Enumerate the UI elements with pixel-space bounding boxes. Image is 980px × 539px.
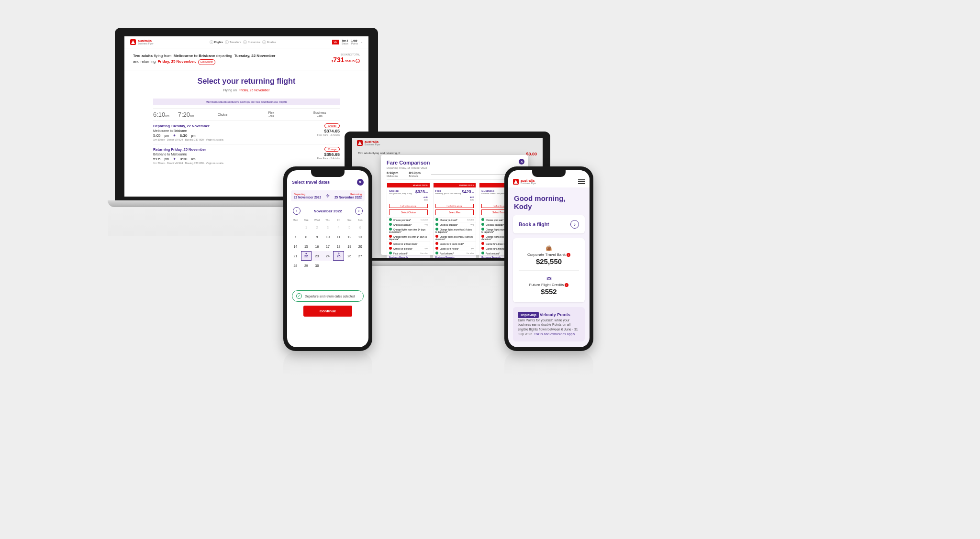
- calendar-day[interactable]: 8: [301, 232, 312, 242]
- calendar-day[interactable]: 12: [344, 232, 355, 242]
- calendar-day[interactable]: 17: [323, 242, 334, 251]
- calendar-day[interactable]: 4: [333, 222, 344, 232]
- sell-price-button[interactable]: I sell at this price ▸: [435, 204, 474, 208]
- calendar-day[interactable]: 20: [355, 242, 366, 251]
- returning-segment[interactable]: Returning 25 November 2022: [330, 190, 365, 201]
- change-button[interactable]: Change: [324, 123, 340, 128]
- edit-search-button[interactable]: Edit Search: [198, 59, 215, 65]
- prev-month-button[interactable]: ‹: [293, 207, 301, 215]
- calendar-day[interactable]: 29: [301, 261, 312, 270]
- departing-segment[interactable]: Departing 22 November 2022: [291, 190, 326, 201]
- select-fare-button[interactable]: Select Choice: [389, 209, 428, 215]
- expand-total-icon[interactable]: ⌄: [356, 59, 360, 63]
- calendar-day[interactable]: 19: [344, 242, 355, 251]
- change-button[interactable]: Change: [324, 147, 340, 152]
- calendar-day[interactable]: 2: [312, 222, 323, 232]
- calendar-day[interactable]: 1: [301, 222, 312, 232]
- fare-column-choice: MEMBER PRICE ChoicePick your seat, bring…: [387, 183, 430, 258]
- calendar-day[interactable]: 21: [290, 251, 301, 261]
- flying-on-label: Flying on Friday, 25 November: [153, 88, 340, 92]
- phone-dashboard: australiaBusiness Flyer Good morning, Ko…: [504, 166, 593, 376]
- greeting: Good morning, Kody: [508, 187, 590, 215]
- modal-title: Fare Comparison: [387, 160, 523, 165]
- credits-value: $552: [519, 287, 579, 296]
- menu-icon[interactable]: [578, 179, 585, 184]
- info-icon[interactable]: i: [565, 283, 568, 287]
- next-month-button[interactable]: ›: [355, 207, 363, 215]
- calendar-day[interactable]: 7: [290, 232, 301, 242]
- booking-summary: Two adults flying from Melbourne to Bris…: [124, 48, 368, 70]
- calendar-grid: 1234567891011121314151617181920212223242…: [287, 221, 368, 271]
- page-title: Select your returning flight: [153, 77, 340, 86]
- selection-confirmation: ✓ Departure and return dates selected: [292, 290, 364, 302]
- member-banner: Members unlock exclusive savings on Flex…: [153, 99, 340, 105]
- calendar-day[interactable]: 14: [290, 242, 301, 251]
- calendar-day[interactable]: 23: [312, 251, 323, 261]
- info-icon[interactable]: i: [567, 253, 570, 257]
- calendar-day[interactable]: 13: [355, 232, 366, 242]
- close-icon[interactable]: ✕: [357, 179, 364, 186]
- chevron-right-icon: ›: [570, 220, 579, 229]
- calendar-day[interactable]: 22: [301, 251, 312, 261]
- calendar-day[interactable]: 18: [333, 242, 344, 251]
- plane-icon: ✈: [173, 133, 176, 138]
- promo-link[interactable]: T&C's and exclusions apply: [534, 332, 575, 336]
- selected-leg-departing: Change $374.65 Flex Fare · 2 Adults Depa…: [153, 121, 340, 144]
- balances-card: 👜 Corporate Travel Banki $25,550 🎟 Futur…: [513, 238, 585, 302]
- logo-icon: [130, 39, 136, 45]
- calendar-day[interactable]: 25: [333, 251, 344, 261]
- brand-logo[interactable]: australiaBusiness Flyer: [130, 39, 154, 45]
- calendar-day[interactable]: 16: [312, 242, 323, 251]
- route-summary: 6:10pmMelbourne 8:10pmBrisbane ▸: [387, 171, 523, 180]
- fare-column-flex: MEMBER PRICE FlexFlexibility, plus a sea…: [433, 183, 477, 258]
- book-flight-card[interactable]: Book a flight ›: [513, 215, 585, 233]
- calendar-day[interactable]: 15: [301, 242, 312, 251]
- bank-value: $25,550: [519, 257, 579, 265]
- calendar-day[interactable]: 3: [323, 222, 334, 232]
- calendar-day[interactable]: 11: [333, 232, 344, 242]
- plane-icon: ✈: [173, 157, 176, 161]
- tier-badge: VA: [332, 40, 339, 44]
- continue-button[interactable]: Continue: [303, 306, 352, 317]
- header-bar: australiaBusiness Flyer 1Flights 2Travel…: [124, 36, 368, 48]
- calendar-day[interactable]: 10: [323, 232, 334, 242]
- selected-leg-returning: Change $356.65 Flex Fare · 2 Adults Retu…: [153, 144, 340, 167]
- calendar-day[interactable]: 6: [355, 222, 366, 232]
- promo-banner[interactable]: Triple-dip Velocity Points Earn Points f…: [513, 307, 585, 341]
- booking-total: $731.30AUD⌄: [332, 56, 360, 64]
- calendar-day[interactable]: 5: [344, 222, 355, 232]
- calendar-day[interactable]: 26: [344, 251, 355, 261]
- progress-steps: 1Flights 2Travellers 3Customise 4Finalis…: [210, 40, 276, 44]
- modal-title: Select travel dates: [292, 180, 330, 185]
- date-segment: Departing 22 November 2022 ✈ Returning 2…: [291, 190, 365, 201]
- bank-icon: 👜: [519, 245, 579, 251]
- check-icon: ✓: [296, 293, 302, 299]
- calendar-day[interactable]: 9: [312, 232, 323, 242]
- brand-logo[interactable]: australiaBusiness Flyer: [513, 179, 536, 185]
- sell-price-button[interactable]: I sell at this price ▸: [389, 204, 428, 208]
- close-icon[interactable]: ✕: [519, 159, 524, 165]
- calendar-day[interactable]: 24: [323, 251, 334, 261]
- phone-date-picker: Select travel dates ✕ Departing 22 Novem…: [283, 166, 372, 376]
- calendar-day[interactable]: 27: [355, 251, 366, 261]
- calendar-day[interactable]: 28: [290, 261, 301, 270]
- calendar-day[interactable]: 30: [312, 261, 323, 270]
- month-nav: ‹ November 2022 ›: [287, 203, 368, 219]
- select-fare-button[interactable]: Select Flex: [435, 209, 474, 215]
- logo-icon: [513, 179, 519, 185]
- ticket-icon: 🎟: [519, 275, 579, 281]
- flight-option-row[interactable]: 6:10am 7:20am Choice Flex+389 Business+4…: [153, 108, 340, 121]
- plane-icon: ✈: [326, 193, 330, 198]
- chevron-down-icon[interactable]: ⌄: [361, 41, 363, 44]
